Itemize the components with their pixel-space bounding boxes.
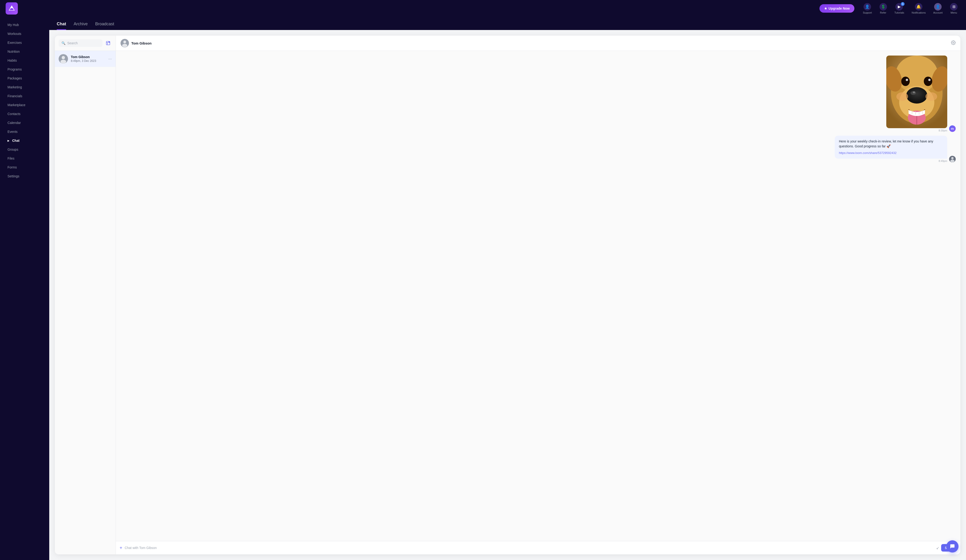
tab-chat[interactable]: Chat: [57, 19, 66, 30]
sidebar-item-marketplace[interactable]: Marketplace: [2, 101, 48, 109]
nav-support-label: Support: [863, 11, 872, 14]
emoji-button[interactable]: ↙: [936, 546, 939, 550]
svg-point-23: [924, 77, 932, 86]
sidebar-item-files[interactable]: Files: [2, 154, 48, 163]
nav-account[interactable]: 👤 Account: [930, 1, 945, 16]
svg-point-7: [62, 56, 65, 59]
logo-icon: [8, 5, 15, 12]
floating-chat-icon: [950, 544, 955, 549]
tab-archive[interactable]: Archive: [74, 19, 88, 30]
contact-avatar-tom: [59, 54, 68, 64]
chat-contact-sidebar: 🔍: [55, 36, 116, 554]
svg-point-11: [122, 44, 127, 47]
sidebar-item-programs[interactable]: Programs: [2, 65, 48, 74]
header-avatar-svg: [120, 39, 129, 47]
nav-support[interactable]: 👤 Support: [860, 1, 875, 16]
bell-icon: 🔔: [915, 3, 922, 11]
sidebar-item-workouts[interactable]: Workouts: [2, 29, 48, 38]
tab-bar: Chat Archive Broadcast: [49, 17, 966, 30]
sidebar-label-nutrition: Nutrition: [8, 50, 20, 53]
chat-header: Tom Gibson: [116, 36, 960, 51]
svg-point-12: [953, 42, 954, 43]
sidebar-label-financials: Financials: [8, 94, 22, 98]
contact-time-tom: 8:49pm, 3 Dec 2023: [71, 59, 105, 62]
contact-more-btn[interactable]: ···: [108, 56, 112, 61]
nav-menu[interactable]: ⊞ Menu: [947, 1, 960, 16]
sidebar-item-settings[interactable]: Settings: [2, 172, 48, 180]
contact-name-tom: Tom Gibson: [71, 55, 105, 59]
account-avatar-icon: 👤: [934, 3, 941, 11]
chat-header-avatar: [120, 39, 129, 47]
tab-chat-label: Chat: [57, 21, 66, 26]
contact-item-tom-gibson[interactable]: Tom Gibson 8:49pm, 3 Dec 2023 ···: [55, 51, 116, 67]
main-container: My Hub Workouts Exercises Nutrition Habi…: [0, 17, 966, 560]
logo[interactable]: [6, 2, 18, 15]
chat-panel: 🔍: [55, 36, 960, 554]
sidebar-label-chat: Chat: [12, 139, 20, 142]
sender-avatar-photo: [949, 156, 956, 162]
chat-header-user: Tom Gibson: [120, 39, 151, 47]
sidebar-label-contacts: Contacts: [8, 112, 20, 116]
sidebar-label-myhub: My Hub: [8, 23, 19, 27]
attach-button[interactable]: +: [120, 545, 122, 551]
chat-main: Tom Gibson: [116, 36, 960, 554]
chat-contact-list: Tom Gibson 8:49pm, 3 Dec 2023 ···: [55, 51, 116, 554]
chat-sidebar-header: 🔍: [55, 36, 116, 51]
chat-header-name: Tom Gibson: [131, 41, 151, 45]
sidebar-item-habits[interactable]: Habits: [2, 56, 48, 65]
tab-broadcast[interactable]: Broadcast: [95, 19, 114, 30]
compose-button[interactable]: [104, 39, 112, 47]
sidebar-item-marketing[interactable]: Marketing: [2, 83, 48, 92]
sidebar-item-chat[interactable]: ▶ Chat: [2, 136, 48, 145]
nav-tutorials[interactable]: ▶ 1 Tutorials: [892, 1, 907, 16]
nav-tutorials-label: Tutorials: [894, 11, 904, 14]
chat-input-bar: + ↙ Send: [116, 541, 960, 554]
svg-point-28: [896, 92, 908, 101]
svg-point-24: [906, 79, 908, 81]
sidebar-label-habits: Habits: [8, 59, 17, 62]
message-bubble-1: Here is your weekly check-in review, let…: [120, 136, 956, 162]
tutorials-badge: 1: [901, 2, 905, 6]
nav-account-label: Account: [933, 11, 943, 14]
chat-wrapper: 🔍: [49, 30, 966, 560]
tab-broadcast-label: Broadcast: [95, 21, 114, 26]
msg-image-timestamp: 8:30pm: [938, 129, 947, 132]
sidebar-item-contacts[interactable]: Contacts: [2, 110, 48, 118]
sidebar-item-financials[interactable]: Financials: [2, 92, 48, 100]
sidebar-item-calendar[interactable]: Calendar: [2, 119, 48, 127]
contact-info-tom: Tom Gibson 8:49pm, 3 Dec 2023: [71, 55, 105, 62]
sidebar-label-events: Events: [8, 130, 18, 134]
search-input[interactable]: [67, 41, 100, 45]
dog-image: [886, 56, 947, 128]
svg-point-10: [123, 41, 126, 43]
svg-point-21: [913, 92, 915, 93]
nav-notifications-label: Notifications: [912, 11, 926, 14]
sidebar-item-groups[interactable]: Groups: [2, 145, 48, 154]
sidebar-item-forms[interactable]: Forms: [2, 163, 48, 172]
star-icon: ★: [824, 7, 827, 10]
floating-chat-button[interactable]: [946, 540, 958, 552]
nav-refer[interactable]: 💲 Refer: [877, 1, 890, 16]
chat-input-field[interactable]: [125, 546, 934, 550]
sidebar-label-exercises: Exercises: [8, 41, 22, 44]
menu-grid-icon: ⊞: [950, 3, 958, 11]
sidebar-label-marketplace: Marketplace: [8, 103, 25, 107]
content-area: Chat Archive Broadcast 🔍: [49, 17, 966, 560]
upgrade-button[interactable]: ★ Upgrade Now: [820, 4, 854, 13]
sidebar-item-exercises[interactable]: Exercises: [2, 38, 48, 47]
svg-point-19: [906, 87, 927, 103]
message-link[interactable]: https://www.loom.com/share/53729592432: [839, 151, 943, 156]
tab-archive-label: Archive: [74, 21, 88, 26]
msg-text-timestamp: 8:49pm: [938, 160, 947, 162]
topnav-right: ★ Upgrade Now 👤 Support 💲 Refer ▶ 1 Tuto…: [820, 1, 960, 16]
search-icon: 🔍: [61, 41, 66, 45]
nav-notifications[interactable]: 🔔 Notifications: [909, 1, 928, 16]
sidebar-item-packages[interactable]: Packages: [2, 74, 48, 82]
sidebar-item-events[interactable]: Events: [2, 128, 48, 136]
message-text-bubble: Here is your weekly check-in review, let…: [835, 136, 947, 159]
sidebar-item-myhub[interactable]: My Hub: [2, 21, 48, 29]
svg-point-22: [901, 77, 910, 86]
chat-search-box: 🔍: [59, 39, 102, 47]
sidebar-item-nutrition[interactable]: Nutrition: [2, 47, 48, 56]
chat-settings-button[interactable]: [951, 40, 956, 46]
